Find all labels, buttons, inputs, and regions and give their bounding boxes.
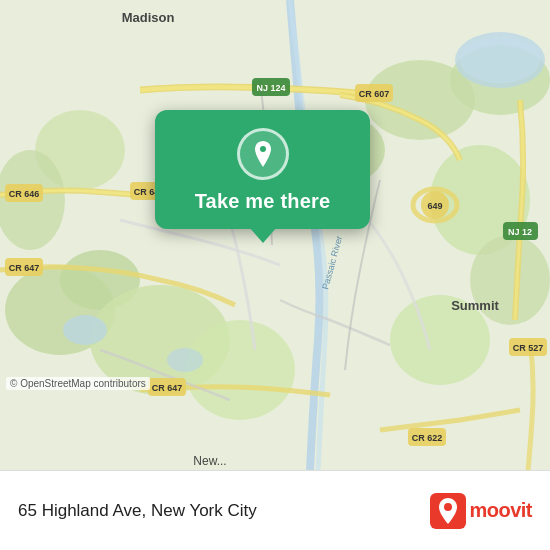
- osm-attribution: © OpenStreetMap contributors: [6, 377, 150, 390]
- svg-text:649: 649: [427, 201, 442, 211]
- svg-point-44: [444, 503, 452, 511]
- take-me-there-button[interactable]: Take me there: [195, 190, 331, 213]
- address-section: 65 Highland Ave, New York City: [18, 501, 430, 521]
- svg-text:CR 622: CR 622: [412, 433, 443, 443]
- svg-point-4: [185, 320, 295, 420]
- svg-text:NJ 12: NJ 12: [508, 227, 532, 237]
- address-text: 65 Highland Ave, New York City: [18, 501, 257, 520]
- svg-text:CR 527: CR 527: [513, 343, 544, 353]
- svg-text:CR 607: CR 607: [359, 89, 390, 99]
- svg-text:CR 647: CR 647: [9, 263, 40, 273]
- moovit-icon: [430, 493, 466, 529]
- bottom-bar: 65 Highland Ave, New York City moovit: [0, 470, 550, 550]
- svg-text:Summit: Summit: [451, 298, 499, 313]
- svg-text:New...: New...: [193, 454, 226, 468]
- moovit-logo: moovit: [430, 493, 532, 529]
- svg-text:Madison: Madison: [122, 10, 175, 25]
- svg-point-42: [260, 146, 266, 152]
- location-pin-icon: [248, 139, 278, 169]
- svg-text:NJ 124: NJ 124: [256, 83, 285, 93]
- svg-text:CR 646: CR 646: [9, 189, 40, 199]
- svg-text:CR 647: CR 647: [152, 383, 183, 393]
- svg-point-15: [63, 315, 107, 345]
- svg-point-14: [460, 37, 540, 83]
- map-popup[interactable]: Take me there: [155, 110, 370, 229]
- moovit-text: moovit: [469, 499, 532, 522]
- location-icon-circle: [237, 128, 289, 180]
- svg-point-16: [167, 348, 203, 372]
- map-container: NJ 124 CR 607 CR 646 CR 646 CR 647 649 N…: [0, 0, 550, 470]
